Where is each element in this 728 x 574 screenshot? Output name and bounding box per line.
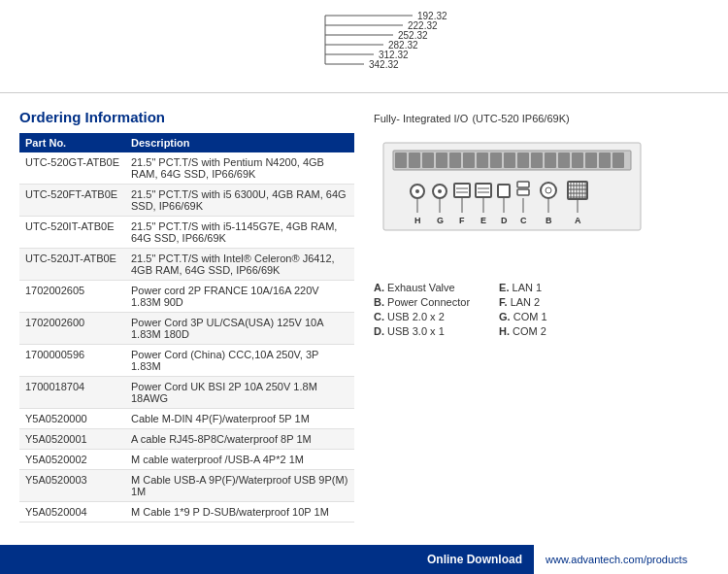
svg-text:G: G [437,216,444,225]
io-diagram: H G F E D C B A [374,133,709,272]
legend-d: D. USB 3.0 x 1 [374,325,470,337]
svg-text:B: B [546,216,552,225]
part-number: Y5A0520004 [19,502,125,523]
part-description: Power Cord UK BSI 2P 10A 250V 1.8M 18AWG [125,377,354,409]
part-number: 1702002605 [19,281,125,313]
table-row: 1700000596Power Cord (China) CCC,10A 250… [19,345,354,377]
col-header-part: Part No. [19,133,125,152]
svg-rect-44 [517,189,529,195]
svg-point-35 [438,189,442,193]
part-number: 1700000596 [19,345,125,377]
part-description: Cable M-DIN 4P(F)/waterproof 5P 1M [125,409,354,429]
svg-point-46 [546,187,551,193]
main-content: Ordering Information Part No. Descriptio… [0,93,728,532]
part-number: UTC-520JT-ATB0E [19,249,125,281]
svg-rect-21 [477,152,488,168]
svg-text:D: D [501,216,508,225]
svg-rect-17 [422,152,434,168]
table-row: Y5A0520004M Cable 1*9 P D-SUB/waterproof… [19,502,354,523]
ordering-info-section: Ordering Information Part No. Descriptio… [19,109,354,523]
part-number: Y5A0520000 [19,409,125,429]
part-number: 1702002600 [19,313,125,345]
ordering-table: Part No. Description UTC-520GT-ATB0E21.5… [19,133,354,523]
svg-text:A: A [575,216,581,225]
svg-rect-36 [454,184,470,197]
part-description: 21.5" PCT.T/S with Intel® Celeron® J6412… [125,249,354,281]
part-description: 21.5" PCT.T/S with Pentium N4200, 4GB RA… [125,152,354,185]
svg-text:F: F [459,216,465,225]
table-row: 1702002600Power Cord 3P UL/CSA(USA) 125V… [19,313,354,345]
part-number: Y5A0520002 [19,450,125,470]
svg-rect-39 [476,184,491,197]
legend-f: F. LAN 2 [499,296,547,308]
svg-text:C: C [520,216,527,225]
svg-rect-43 [517,182,529,187]
top-diagram: 192.32 222.32 252.32 282.32 312.32 342.3… [0,0,728,93]
io-legend-col-left: A. Exhaust Valve B. Power Connector C. U… [374,282,470,337]
svg-rect-31 [612,152,624,168]
part-number: Y5A0520001 [19,429,125,450]
svg-rect-27 [558,152,570,168]
io-diagram-svg: H G F E D C B A [374,133,650,269]
svg-rect-15 [395,152,407,168]
ordering-title: Ordering Information [19,109,354,125]
part-description: 21.5" PCT.T/S with i5 6300U, 4GB RAM, 64… [125,185,354,217]
footer-label: Online Download [415,553,534,566]
part-description: Power cord 2P FRANCE 10A/16A 220V 1.83M … [125,281,354,313]
io-subtitle: (UTC-520 IP66/69K) [472,113,569,124]
svg-rect-20 [463,152,475,168]
svg-rect-28 [572,152,583,168]
part-description: Power Cord (China) CCC,10A 250V, 3P 1.83… [125,345,354,377]
svg-rect-42 [498,185,510,197]
part-description: M Cable USB-A 9P(F)/Waterproof USB 9P(M)… [125,470,354,502]
part-number: UTC-520IT-ATB0E [19,217,125,249]
io-title: Fully- Integrated I/O (UTC-520 IP66/69K) [374,109,709,125]
part-description: M Cable 1*9 P D-SUB/waterproof 10P 1M [125,502,354,523]
table-row: UTC-520GT-ATB0E21.5" PCT.T/S with Pentiu… [19,152,354,185]
svg-text:342.32: 342.32 [369,59,399,70]
table-row: Y5A0520001A cable RJ45-8P8C/waterproof 8… [19,429,354,450]
svg-point-33 [415,189,419,193]
footer: Online Download www.advantech.com/produc… [0,545,728,574]
dimension-diagram: 192.32 222.32 252.32 282.32 312.32 342.3… [267,8,461,81]
part-description: A cable RJ45-8P8C/waterproof 8P 1M [125,429,354,450]
legend-h: H. COM 2 [499,325,547,337]
part-number: Y5A0520003 [19,470,125,502]
svg-rect-23 [504,152,515,168]
io-legend: A. Exhaust Valve B. Power Connector C. U… [374,282,709,337]
svg-rect-19 [449,152,461,168]
io-legend-col-right: E. LAN 1 F. LAN 2 G. COM 1 H. COM 2 [499,282,547,337]
table-row: 1700018704Power Cord UK BSI 2P 10A 250V … [19,377,354,409]
svg-rect-29 [585,152,597,168]
legend-g: G. COM 1 [499,311,547,322]
part-description: 21.5" PCT.T/S with i5-1145G7E, 4GB RAM, … [125,217,354,249]
svg-rect-26 [545,152,556,168]
table-row: UTC-520JT-ATB0E21.5" PCT.T/S with Intel®… [19,249,354,281]
svg-rect-24 [517,152,529,168]
table-row: Y5A0520002M cable waterproof /USB-A 4P*2… [19,450,354,470]
integrated-io-section: Fully- Integrated I/O (UTC-520 IP66/69K) [374,109,709,523]
svg-rect-18 [436,152,447,168]
table-row: Y5A0520003M Cable USB-A 9P(F)/Waterproof… [19,470,354,502]
footer-url: www.advantech.com/products [534,545,728,574]
part-number: UTC-520FT-ATB0E [19,185,125,217]
svg-text:E: E [480,216,486,225]
svg-rect-25 [531,152,543,168]
table-row: 1702002605Power cord 2P FRANCE 10A/16A 2… [19,281,354,313]
svg-text:H: H [414,216,421,225]
table-row: UTC-520IT-ATB0E21.5" PCT.T/S with i5-114… [19,217,354,249]
part-description: M cable waterproof /USB-A 4P*2 1M [125,450,354,470]
table-row: Y5A0520000Cable M-DIN 4P(F)/waterproof 5… [19,409,354,429]
part-number: 1700018704 [19,377,125,409]
legend-c: C. USB 2.0 x 2 [374,311,470,322]
legend-a: A. Exhaust Valve [374,282,470,293]
svg-rect-30 [599,152,611,168]
part-number: UTC-520GT-ATB0E [19,152,125,185]
part-description: Power Cord 3P UL/CSA(USA) 125V 10A 1.83M… [125,313,354,345]
legend-b: B. Power Connector [374,296,470,308]
svg-rect-22 [490,152,502,168]
table-row: UTC-520FT-ATB0E21.5" PCT.T/S with i5 630… [19,185,354,217]
col-header-desc: Description [125,133,354,152]
svg-rect-16 [409,152,420,168]
legend-e: E. LAN 1 [499,282,547,293]
